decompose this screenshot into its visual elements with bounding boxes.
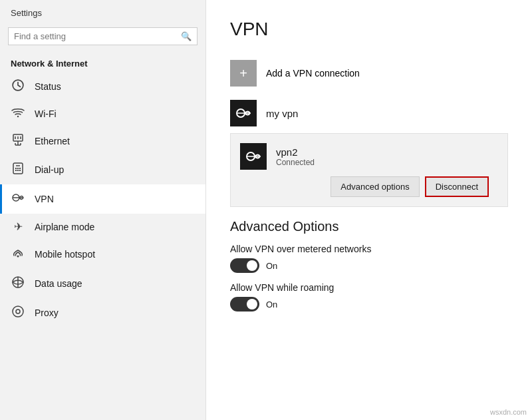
sidebar-item-status-label: Status [35,81,61,92]
option2-label: Allow VPN while roaming [230,282,508,293]
svg-point-20 [17,256,19,258]
vpn2-icon-box [240,143,267,170]
sidebar-item-wifi[interactable]: Wi-Fi [0,101,205,127]
disconnect-button[interactable]: Disconnect [425,176,489,197]
vpn-item-myvpn[interactable]: my vpn [230,93,508,133]
sidebar-item-hotspot-label: Mobile hotspot [35,249,95,260]
sidebar-item-dialup-label: Dial-up [35,164,64,175]
page-title: VPN [230,19,508,40]
ethernet-icon [11,134,25,148]
settings-title: Settings [0,0,205,23]
svg-rect-17 [19,170,21,171]
section-label: Network & Internet [0,53,205,73]
sidebar-item-dialup[interactable]: Dial-up [0,155,205,184]
add-vpn-label: Add a VPN connection [266,68,360,79]
svg-rect-14 [19,168,21,169]
vpn-selected-block: vpn2 Connected Advanced options Disconne… [230,133,508,207]
option2-toggle[interactable] [230,297,259,312]
svg-rect-12 [15,168,17,169]
vpn2-status: Connected [276,158,315,167]
data-icon [11,276,25,292]
sidebar-item-hotspot[interactable]: Mobile hotspot [0,240,205,269]
vpn-connection-icon [235,105,251,121]
hotspot-icon [11,246,25,262]
sidebar-item-proxy[interactable]: Proxy [0,298,205,327]
sidebar-item-data-label: Data usage [35,278,82,289]
svg-rect-15 [15,170,17,171]
add-vpn-icon-box: + [230,60,257,87]
svg-point-23 [13,306,23,317]
myvpn-info: my vpn [266,108,298,119]
vpn2-name: vpn2 [276,146,315,158]
add-vpn-item[interactable]: + Add a VPN connection [230,53,508,93]
option1-label: Allow VPN over metered networks [230,244,508,254]
sidebar-item-status[interactable]: Status [0,73,205,101]
vpn-item-vpn2[interactable]: vpn2 Connected [231,140,498,172]
advanced-options-button[interactable]: Advanced options [331,176,419,197]
vpn-nav-icon [11,191,25,207]
svg-point-1 [17,116,19,117]
sidebar-item-data[interactable]: Data usage [0,269,205,298]
sidebar-item-proxy-label: Proxy [35,308,59,318]
option2-toggle-label: On [266,300,277,310]
myvpn-icon-box [230,100,257,126]
search-icon: 🔍 [181,31,192,41]
sidebar-item-vpn-label: VPN [35,194,54,204]
status-icon [11,79,25,94]
search-input[interactable] [14,31,181,41]
option1-toggle[interactable] [230,258,259,273]
option2-toggle-row: On [230,297,508,312]
vpn-action-buttons: Advanced options Disconnect [231,172,498,197]
sidebar-item-ethernet[interactable]: Ethernet [0,127,205,155]
sidebar-item-vpn[interactable]: VPN [0,184,205,214]
dialup-icon [11,162,25,178]
airplane-icon: ✈ [11,220,25,233]
myvpn-name: my vpn [266,108,298,119]
option1-toggle-row: On [230,258,508,273]
sidebar-item-airplane[interactable]: ✈ Airplane mode [0,214,205,240]
plus-icon: + [239,66,247,81]
sidebar-item-airplane-label: Airplane mode [35,222,94,232]
search-box[interactable]: 🔍 [8,27,198,45]
advanced-options-title: Advanced Options [230,219,508,234]
sidebar-item-ethernet-label: Ethernet [35,136,70,146]
option1-toggle-label: On [266,261,277,271]
svg-rect-16 [17,170,19,171]
main-content: VPN + Add a VPN connection my vpn [206,0,532,420]
vpn2-connection-icon [245,148,261,164]
sidebar-item-wifi-label: Wi-Fi [35,108,57,119]
sidebar: Settings 🔍 Network & Internet Status Wi-… [0,0,206,420]
svg-point-24 [16,310,20,314]
proxy-icon [11,305,25,321]
watermark: wsxdn.com [490,408,527,416]
wifi-icon [11,107,25,120]
svg-rect-13 [17,168,19,169]
vpn2-info: vpn2 Connected [276,146,315,167]
